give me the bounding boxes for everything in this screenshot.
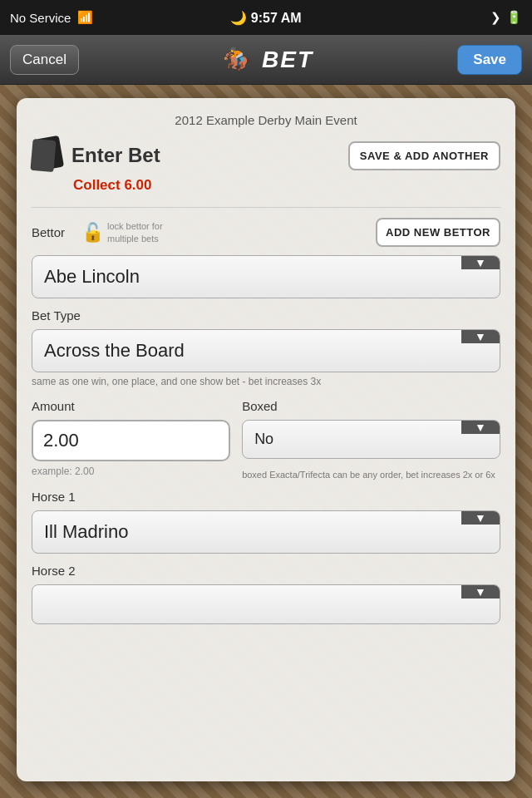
- save-add-another-button[interactable]: SAVE & ADD ANOTHER: [348, 141, 500, 170]
- event-title: 2012 Example Derby Main Event: [32, 113, 500, 127]
- status-bar: No Service 📶 🌙 9:57 AM ❯ 🔋: [0, 0, 532, 35]
- amount-boxed-row: Amount example: 2.00 Boxed No ▼ boxed Ex…: [32, 399, 500, 481]
- wifi-icon: 📶: [77, 10, 93, 25]
- horse2-dropdown[interactable]: ▼: [32, 584, 500, 624]
- status-left: No Service 📶: [10, 10, 93, 25]
- save-button[interactable]: Save: [457, 45, 522, 75]
- boxed-dropdown[interactable]: No ▼: [242, 420, 500, 459]
- horse1-dropdown-arrow[interactable]: ▼: [461, 511, 500, 525]
- add-new-bettor-button[interactable]: ADD NEW BETTOR: [376, 218, 500, 247]
- moon-icon: 🌙: [230, 11, 247, 25]
- carrier-text: No Service: [10, 11, 71, 25]
- status-right: ❯ 🔋: [490, 10, 522, 25]
- boxed-desc: boxed Exacta/Trifecta can be any order, …: [242, 469, 500, 481]
- lock-icon: 🔓: [81, 222, 104, 244]
- bet-type-desc: same as one win, one place, and one show…: [32, 376, 500, 387]
- nav-bar: Cancel 🏇 BET Save: [0, 35, 532, 85]
- bet-type-dropdown[interactable]: Across the Board ▼: [32, 329, 500, 372]
- nav-title-area: 🏇 BET: [223, 46, 313, 73]
- card-front: [30, 139, 56, 172]
- bettor-label: Bettor: [32, 225, 73, 239]
- boxed-col: Boxed No ▼ boxed Exacta/Trifecta can be …: [242, 399, 500, 481]
- battery-icon: 🔋: [506, 10, 522, 25]
- horse2-dropdown-arrow[interactable]: ▼: [461, 585, 500, 598]
- bet-type-dropdown-arrow[interactable]: ▼: [461, 330, 500, 343]
- time-display: 🌙 9:57 AM: [230, 10, 301, 26]
- boxed-value: No: [243, 421, 461, 458]
- horse2-value: [32, 594, 461, 614]
- horse1-value: Ill Madrino: [32, 511, 461, 553]
- time-text: 9:57 AM: [251, 11, 302, 25]
- horse2-label: Horse 2: [32, 564, 500, 578]
- boxed-label: Boxed: [242, 399, 500, 413]
- amount-col: Amount example: 2.00: [32, 399, 230, 481]
- collect-label: Collect 6.00: [73, 177, 500, 194]
- cancel-button[interactable]: Cancel: [10, 45, 79, 75]
- lock-area[interactable]: 🔓 lock bettor for multiple bets: [81, 220, 174, 244]
- amount-label: Amount: [32, 399, 230, 413]
- horse1-label: Horse 1: [32, 490, 500, 504]
- enter-bet-label: Enter Bet: [71, 144, 340, 167]
- bet-type-label: Bet Type: [32, 308, 500, 323]
- bettor-row: Bettor 🔓 lock bettor for multiple bets A…: [32, 218, 500, 247]
- bettor-dropdown[interactable]: Abe Lincoln ▼: [32, 255, 500, 298]
- bettor-value: Abe Lincoln: [32, 256, 461, 298]
- location-icon: ❯: [490, 10, 501, 25]
- boxed-dropdown-arrow[interactable]: ▼: [461, 421, 500, 434]
- bet-card-icon: [32, 137, 63, 174]
- form-card: 2012 Example Derby Main Event Enter Bet …: [17, 98, 515, 781]
- enter-bet-row: Enter Bet SAVE & ADD ANOTHER: [32, 137, 500, 174]
- divider-1: [32, 207, 500, 208]
- bet-type-value: Across the Board: [32, 330, 461, 372]
- amount-example: example: 2.00: [32, 466, 230, 477]
- horse-icon: 🏇: [223, 46, 252, 73]
- amount-input[interactable]: [32, 420, 230, 461]
- lock-text: lock bettor for multiple bets: [107, 220, 174, 244]
- bettor-dropdown-arrow[interactable]: ▼: [461, 256, 500, 269]
- nav-title: BET: [262, 47, 313, 73]
- horse1-dropdown[interactable]: Ill Madrino ▼: [32, 510, 500, 554]
